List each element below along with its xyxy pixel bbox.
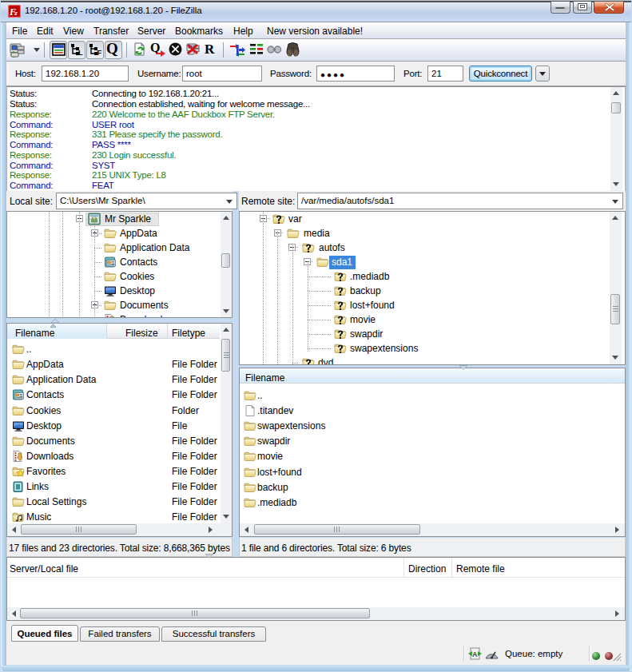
svg-text:z: z (14, 9, 18, 17)
svg-text:F: F (97, 49, 102, 57)
svg-text:Q: Q (150, 41, 160, 54)
svg-text:L: L (78, 49, 83, 57)
svg-text:A: A (472, 650, 478, 658)
